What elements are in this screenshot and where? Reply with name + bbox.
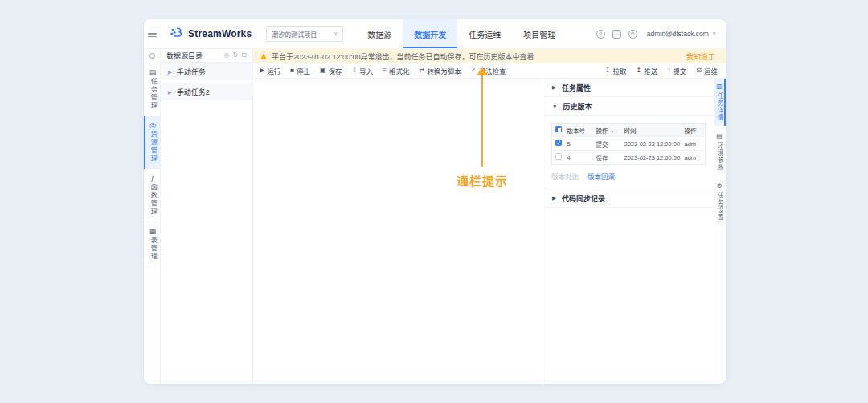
rail-label: 函数管理	[149, 184, 156, 216]
app-window: StreamWorks 潮汐的测试项目 ∨ 数据源 数据开发 任务运维 项目管理…	[144, 19, 726, 384]
section-history-versions[interactable]: ▼ 历史版本	[543, 97, 714, 116]
locate-icon[interactable]: ◎	[224, 52, 230, 59]
select-all-checkbox[interactable]	[555, 126, 562, 132]
caret-right-icon: ▶	[552, 195, 556, 202]
sidebar-item-resource-manage[interactable]: ◎ 资源管理	[144, 116, 160, 169]
sidebar-item-function-manage[interactable]: ƒ 函数管理	[144, 169, 160, 222]
function-manage-icon: ƒ	[150, 175, 154, 182]
version-rollback-link[interactable]: 版本回滚	[588, 171, 615, 181]
section-code-sync-log[interactable]: ▶ 代码同步记录	[543, 189, 714, 208]
import-icon: ⇩	[352, 67, 358, 74]
section-task-properties[interactable]: ▶ 任务属性	[543, 79, 714, 97]
header-actions: ? ⋯ ⚙ admin@dtstack.com ∨	[596, 30, 716, 39]
nav-tab-project-manage[interactable]: 项目管理	[512, 19, 567, 48]
convert-script-icon: ⇄	[420, 67, 425, 74]
tab-task-detail[interactable]: ▥ 任务详情	[714, 79, 726, 126]
task-detail-panel: ▶ 任务属性 ▼ 历史版本 版本号 操作▼	[542, 79, 714, 384]
main-nav: 数据源 数据开发 任务运维 项目管理	[356, 19, 567, 48]
section-title: 历史版本	[563, 101, 592, 112]
toolbar-right-group: ↧ 拉取 ↥ 推送 ↑ 提交 ⊡ 运维	[596, 66, 718, 75]
filter-icon[interactable]: ▼	[611, 129, 615, 134]
syntax-check-button[interactable]: ✓ 语法检查	[471, 66, 506, 75]
catalog-tree: ▶ 手动任务 ▶ 手动任务2	[161, 63, 252, 384]
row-checkbox[interactable]	[555, 140, 562, 146]
refresh-icon[interactable]: ↻	[233, 52, 239, 59]
version-compare-link[interactable]: 版本对比	[551, 171, 579, 181]
search-icon	[149, 53, 155, 59]
sidebar-item-table-manage[interactable]: ▦ 表管理	[144, 222, 160, 267]
run-button[interactable]: ▶ 运行	[260, 66, 280, 75]
ops-button[interactable]: ⊡ 运维	[696, 66, 718, 75]
save-icon: ▣	[320, 67, 326, 74]
pull-button[interactable]: ↧ 拉取	[605, 66, 627, 75]
task-settings-icon: ⚙	[716, 183, 722, 189]
nav-tab-data-develop[interactable]: 数据开发	[403, 19, 457, 48]
row-checkbox[interactable]	[555, 153, 562, 160]
collapse-icon[interactable]: ⊟	[241, 52, 247, 59]
settings-gear-icon[interactable]: ⚙	[628, 30, 637, 39]
left-icon-rail: ▤ 任务管理 ◎ 资源管理 ƒ 函数管理 ▦ 表管理	[144, 49, 161, 384]
user-menu[interactable]: admin@dtstack.com ∨	[647, 30, 716, 38]
caret-right-icon: ▶	[168, 69, 172, 75]
task-detail-icon: ▥	[716, 83, 723, 90]
search-button[interactable]	[144, 49, 160, 63]
stop-circle-icon: ■	[290, 67, 294, 74]
table-header-row: 版本号 操作▼ 时间 操作	[552, 124, 706, 137]
tab-env-params[interactable]: ▤ 环境参数	[714, 128, 726, 176]
col-time: 时间	[621, 124, 682, 137]
user-email: admin@dtstack.com	[647, 30, 709, 38]
convert-to-script-button[interactable]: ⇄ 转换为脚本	[420, 66, 461, 75]
project-select[interactable]: 潮汐的测试项目 ∨	[266, 26, 343, 42]
editor-toolbar: ▶ 运行 ■ 停止 ▣ 保存 ⇩ 导入 ≡ 格式化	[253, 63, 726, 79]
format-button[interactable]: ≡ 格式化	[383, 66, 409, 75]
syntax-check-icon: ✓	[471, 67, 477, 74]
streamworks-logo-icon	[169, 26, 183, 42]
import-button[interactable]: ⇩ 导入	[352, 66, 374, 75]
right-tab-rail: ▥ 任务详情 ▤ 环境参数 ⚙ 任务设置	[714, 79, 726, 384]
play-circle-icon: ▶	[260, 67, 264, 74]
commit-button[interactable]: ↑ 提交	[667, 66, 686, 75]
tree-item-manual-task-2[interactable]: ▶ 手动任务2	[161, 83, 252, 100]
code-editor-area[interactable]	[253, 79, 542, 384]
section-title: 任务属性	[562, 83, 591, 93]
notice-banner: 平台于2023-01-02 12:00:00异常退出，当前任务已自动保存，可在历…	[253, 49, 726, 63]
caret-right-icon: ▶	[552, 84, 556, 91]
rtab-label: 任务设置	[716, 192, 723, 221]
push-button[interactable]: ↥ 推送	[637, 66, 658, 75]
help-icon[interactable]: ?	[596, 30, 605, 39]
warning-icon	[260, 53, 267, 59]
col-operator: 操作	[682, 124, 706, 137]
history-version-table: 版本号 操作▼ 时间 操作 5 提交 2023-02-23 12:00:00 a…	[551, 123, 706, 165]
tree-item-label: 手动任务2	[177, 87, 210, 97]
catalog-header-icons: ◎ ↻ ⊟	[224, 52, 247, 59]
history-actions: 版本对比 版本回滚	[551, 171, 706, 181]
tab-task-settings[interactable]: ⚙ 任务设置	[714, 178, 726, 226]
rail-label: 表管理	[149, 237, 156, 261]
catalog-header: 数据源目录 ◎ ↻ ⊟	[161, 49, 252, 63]
env-params-icon: ▤	[716, 133, 723, 140]
sidebar-item-task-manage[interactable]: ▤ 任务管理	[144, 63, 160, 116]
table-row[interactable]: 4 保存 2023-02-23 12:00:00 adm	[552, 151, 706, 165]
stop-button[interactable]: ■ 停止	[290, 66, 310, 75]
ops-monitor-icon: ⊡	[696, 67, 702, 74]
caret-right-icon: ▶	[168, 89, 172, 95]
nav-tab-task-ops[interactable]: 任务运维	[457, 19, 512, 48]
tree-item-manual-task[interactable]: ▶ 手动任务	[161, 63, 252, 80]
caret-down-icon: ▼	[552, 104, 557, 109]
table-row[interactable]: 5 提交 2023-02-23 12:00:00 adm	[552, 137, 706, 151]
content-row: ▶ 任务属性 ▼ 历史版本 版本号 操作▼	[253, 79, 726, 384]
col-action: 操作▼	[593, 124, 621, 137]
rtab-label: 环境参数	[716, 142, 723, 171]
main-area: 平台于2023-01-02 12:00:00异常退出，当前任务已自动保存，可在历…	[253, 49, 726, 384]
message-icon[interactable]: ⋯	[612, 30, 621, 39]
resource-manage-icon: ◎	[149, 122, 156, 129]
chevron-down-icon: ∨	[334, 31, 338, 37]
top-header: StreamWorks 潮汐的测试项目 ∨ 数据源 数据开发 任务运维 项目管理…	[144, 19, 726, 49]
sidebar-toggle-button[interactable]	[144, 29, 161, 39]
section-title: 代码同步记录	[562, 193, 605, 204]
banner-dismiss-link[interactable]: 我知道了	[686, 51, 715, 62]
save-button[interactable]: ▣ 保存	[320, 66, 342, 75]
nav-tab-datasource[interactable]: 数据源	[356, 19, 403, 48]
catalog-title: 数据源目录	[166, 51, 203, 61]
col-version: 版本号	[564, 124, 593, 137]
